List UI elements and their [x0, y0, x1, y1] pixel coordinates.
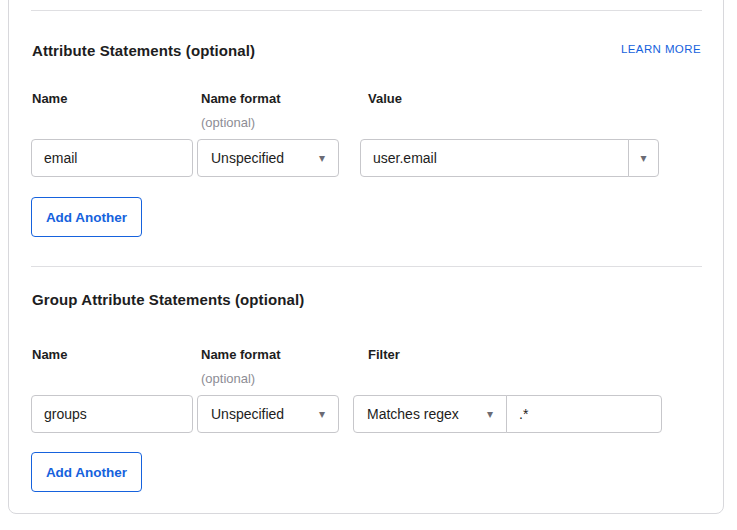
- section-divider: [31, 266, 702, 267]
- filter-type-select[interactable]: Matches regex ▾: [353, 395, 507, 433]
- caret-down-icon: ▾: [319, 152, 325, 164]
- column-header-name: Name: [32, 348, 67, 362]
- group-attribute-name-input[interactable]: [31, 395, 193, 433]
- column-header-name: Name: [32, 92, 67, 106]
- name-format-select[interactable]: Unspecified ▾: [197, 139, 339, 177]
- attribute-value-input[interactable]: [360, 139, 629, 177]
- group-name-format-selected-value: Unspecified: [211, 406, 284, 422]
- section-divider: [31, 10, 702, 11]
- group-name-format-select[interactable]: Unspecified ▾: [197, 395, 339, 433]
- filter-type-selected-value: Matches regex: [367, 406, 459, 422]
- column-header-filter: Filter: [368, 348, 400, 362]
- add-another-button[interactable]: Add Another: [31, 452, 142, 492]
- column-header-name-format-optional: (optional): [201, 372, 255, 386]
- column-header-name-format: Name format: [201, 348, 280, 362]
- settings-card: [8, 0, 724, 514]
- caret-down-icon: ▾: [640, 152, 646, 164]
- caret-down-icon: ▾: [319, 408, 325, 420]
- name-format-selected-value: Unspecified: [211, 150, 284, 166]
- filter-value-input[interactable]: [506, 395, 662, 433]
- attribute-value-dropdown-button[interactable]: ▾: [628, 139, 659, 177]
- column-header-value: Value: [368, 92, 402, 106]
- section-title: Attribute Statements (optional): [32, 43, 255, 59]
- attribute-name-input[interactable]: [31, 139, 193, 177]
- learn-more-link[interactable]: LEARN MORE: [621, 43, 701, 55]
- column-header-name-format-optional: (optional): [201, 116, 255, 130]
- column-header-name-format: Name format: [201, 92, 280, 106]
- add-another-button[interactable]: Add Another: [31, 197, 142, 237]
- section-title: Group Attribute Statements (optional): [32, 292, 304, 308]
- caret-down-icon: ▾: [487, 408, 493, 420]
